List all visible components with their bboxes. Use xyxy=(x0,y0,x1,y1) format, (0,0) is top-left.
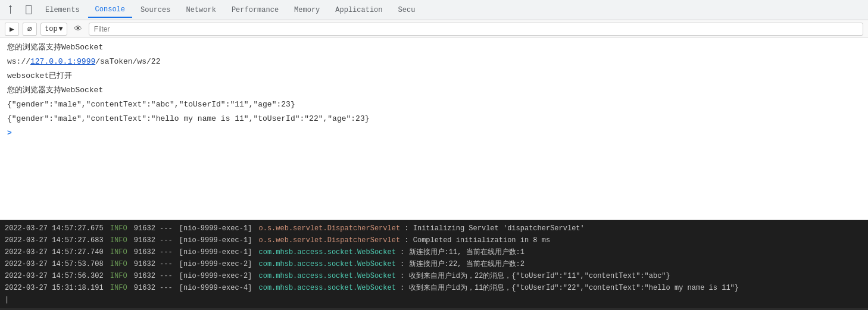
tab-console[interactable]: Console xyxy=(88,2,132,18)
console-line-2[interactable]: ws://127.0.0.1:9999/saToken/ws/22 xyxy=(0,55,868,69)
filter-input[interactable] xyxy=(89,23,863,36)
log-level: INFO xyxy=(110,247,132,258)
log-level: INFO xyxy=(110,235,132,246)
log-line: 2022-03-27 14:57:27.740 INFO 91632 --- [… xyxy=(0,246,868,258)
play-button[interactable]: ▶ xyxy=(5,23,19,36)
console-line-5: {"gender":"male","contentText":"abc","to… xyxy=(0,98,868,112)
console-toolbar: ▶ ∅ top ▼ 👁 xyxy=(0,20,868,38)
tab-performance[interactable]: Performance xyxy=(224,2,286,18)
log-timestamp: 2022-03-27 14:57:53.708 xyxy=(5,259,108,270)
log-line: 2022-03-27 14:57:27.683 INFO 91632 --- [… xyxy=(0,234,868,246)
ws-protocol: ws:// xyxy=(7,57,30,66)
context-label: top xyxy=(45,25,58,33)
log-thread: [nio-9999-exec-2] xyxy=(179,271,257,281)
log-level: INFO xyxy=(110,283,132,293)
log-thread: [nio-9999-exec-2] xyxy=(179,259,257,270)
log-class: o.s.web.servlet.DispatcherServlet xyxy=(258,235,400,246)
log-thread: [nio-9999-exec-1] xyxy=(179,235,257,246)
console-output: 您的浏览器支持WebSocket ws://127.0.0.1:9999/saT… xyxy=(0,38,868,220)
log-timestamp: 2022-03-27 14:57:27.683 xyxy=(5,235,108,246)
log-class: com.mhsb.access.socket.WebSocket xyxy=(258,247,395,258)
context-dropdown[interactable]: top ▼ xyxy=(40,23,67,36)
tab-network[interactable]: Network xyxy=(179,2,223,18)
tab-memory[interactable]: Memory xyxy=(287,2,327,18)
log-pid: 91632 --- xyxy=(134,283,177,293)
console-line-4: 您的浏览器支持WebSocket xyxy=(0,83,868,98)
log-class: o.s.web.servlet.DispatcherServlet xyxy=(258,223,400,234)
cursor-icon[interactable]: ⭡ xyxy=(2,2,19,18)
log-level: INFO xyxy=(110,223,132,234)
console-line-3: websocket已打开 xyxy=(0,69,868,83)
log-pid: 91632 --- xyxy=(134,235,177,246)
server-log-panel: 2022-03-27 14:57:27.675 INFO 91632 --- [… xyxy=(0,220,868,308)
console-prompt[interactable]: > xyxy=(0,126,868,140)
tab-sources[interactable]: Sources xyxy=(133,2,177,18)
log-thread: [nio-9999-exec-1] xyxy=(179,247,257,258)
log-message: : Initializing Servlet 'dispatcherServle… xyxy=(400,223,585,234)
tab-application[interactable]: Application xyxy=(328,2,389,18)
log-pid: 91632 --- xyxy=(134,259,177,270)
log-thread: [nio-9999-exec-4] xyxy=(179,283,257,293)
device-icon[interactable]: ⎕ xyxy=(20,2,37,18)
log-line: 2022-03-27 14:57:56.302 INFO 91632 --- [… xyxy=(0,270,868,282)
tab-security[interactable]: Secu xyxy=(391,2,423,18)
console-line-6: {"gender":"male","contentText":"hello my… xyxy=(0,112,868,126)
console-line-1: 您的浏览器支持WebSocket xyxy=(0,40,868,55)
cursor-line: | xyxy=(0,294,868,306)
log-message: : 新连接用户:11, 当前在线用户数:1 xyxy=(396,247,524,258)
log-message: : 收到来自用户id为，22的消息，{"toUserId":"11","cont… xyxy=(396,271,670,281)
log-pid: 91632 --- xyxy=(134,247,177,258)
log-timestamp: 2022-03-27 14:57:56.302 xyxy=(5,271,108,281)
log-class: com.mhsb.access.socket.WebSocket xyxy=(258,259,395,270)
log-line: 2022-03-27 14:57:27.675 INFO 91632 --- [… xyxy=(0,223,868,234)
log-line: 2022-03-27 15:31:18.191 INFO 91632 --- [… xyxy=(0,282,868,294)
log-message: : 新连接用户:22, 当前在线用户数:2 xyxy=(396,259,524,270)
log-timestamp: 2022-03-27 14:57:27.675 xyxy=(5,223,108,234)
log-timestamp: 2022-03-27 14:57:27.740 xyxy=(5,247,108,258)
log-level: INFO xyxy=(110,271,132,281)
log-line: 2022-03-27 14:57:53.708 INFO 91632 --- [… xyxy=(0,258,868,270)
log-timestamp: 2022-03-27 15:31:18.191 xyxy=(5,283,108,293)
log-class: com.mhsb.access.socket.WebSocket xyxy=(258,271,395,281)
log-class: com.mhsb.access.socket.WebSocket xyxy=(258,283,395,293)
log-pid: 91632 --- xyxy=(134,271,177,281)
dropdown-arrow: ▼ xyxy=(59,25,63,33)
tab-elements[interactable]: Elements xyxy=(38,2,87,18)
ws-path: /saToken/ws/22 xyxy=(95,57,160,66)
devtools-panel: ⭡ ⎕ Elements Console Sources Network Per… xyxy=(0,0,868,220)
log-pid: 91632 --- xyxy=(134,223,177,234)
log-message: : Completed initialization in 8 ms xyxy=(400,235,550,246)
ws-host-link[interactable]: 127.0.0.1:9999 xyxy=(30,57,95,66)
clear-button[interactable]: ∅ xyxy=(23,23,37,36)
devtools-tabbar: ⭡ ⎕ Elements Console Sources Network Per… xyxy=(0,0,868,20)
log-message: : 收到来自用户id为，11的消息，{"toUserId":"22","cont… xyxy=(396,283,739,293)
eye-button[interactable]: 👁 xyxy=(71,23,85,36)
log-thread: [nio-9999-exec-1] xyxy=(179,223,257,234)
log-level: INFO xyxy=(110,259,132,270)
